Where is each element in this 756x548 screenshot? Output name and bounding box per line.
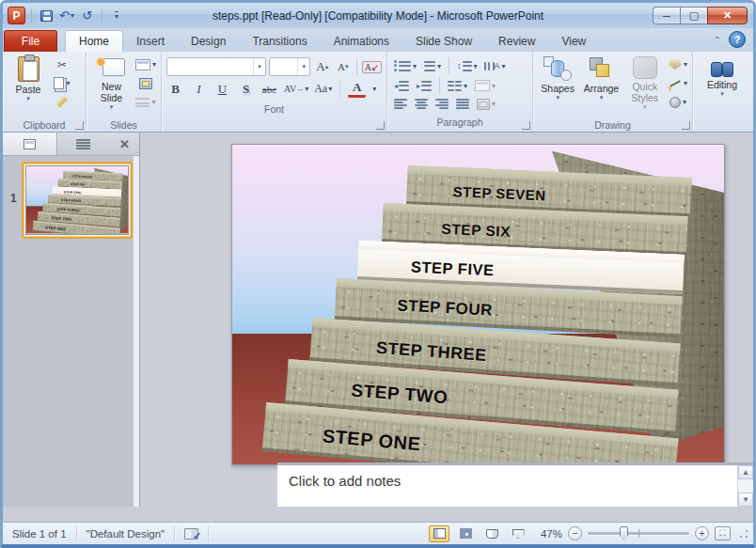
outline-tab-icon [76, 139, 90, 149]
font-dialog-launcher[interactable] [376, 121, 385, 130]
undo-button[interactable]: ↶▾ [58, 8, 75, 24]
editing-button[interactable]: Editing ▾ [700, 54, 745, 98]
align-center-button[interactable] [413, 97, 430, 111]
strikethrough-button[interactable]: abc [260, 80, 278, 98]
paragraph-dialog-launcher[interactable] [522, 121, 530, 130]
chevron-down-icon: ▾ [683, 98, 686, 106]
clear-formatting-button[interactable]: A↙ [362, 58, 382, 76]
clipboard-dialog-launcher[interactable] [75, 121, 84, 130]
scroll-down-icon[interactable]: ▼ [738, 493, 753, 507]
reading-view-button[interactable] [481, 525, 502, 542]
spellcheck-status[interactable] [175, 526, 209, 541]
design-theme-name[interactable]: "Default Design" [77, 526, 176, 541]
align-left-button[interactable] [392, 97, 409, 111]
minimize-button[interactable]: ─ [653, 7, 680, 24]
clipboard-group: Paste ▾ ✂ ▾ Clipboard [3, 52, 87, 132]
tab-design[interactable]: Design [178, 30, 239, 52]
line-spacing-button[interactable]: ↕▾ [455, 59, 480, 73]
tab-transitions[interactable]: Transitions [239, 30, 320, 52]
cut-button[interactable]: ✂ [53, 56, 71, 72]
fit-slide-to-window-button[interactable]: ⛶︎ [715, 526, 731, 540]
convert-smartart-button[interactable]: ▾ [475, 98, 497, 111]
justify-button[interactable] [454, 97, 471, 111]
underline-button[interactable]: U [213, 80, 231, 98]
tab-slide-show[interactable]: Slide Show [402, 30, 485, 52]
notes-placeholder[interactable]: Click to add notes [277, 465, 737, 507]
align-right-button[interactable] [433, 97, 450, 111]
zoom-slider-thumb[interactable] [620, 526, 628, 540]
increase-indent-button[interactable]: ▸ [415, 79, 433, 93]
paragraph-group: ▾ ▾ ↕▾ A▾ ◂ ▸ ▾ ▾ [387, 52, 533, 132]
drawing-dialog-launcher[interactable] [682, 121, 690, 130]
slides-tab-icon [24, 139, 36, 149]
maximize-button[interactable]: ▢ [680, 7, 707, 24]
normal-view-icon [433, 528, 446, 539]
zoom-level[interactable]: 47% [534, 528, 562, 540]
customize-qat-button[interactable]: ▾ [108, 8, 125, 24]
arrange-button[interactable]: Arrange ▾ [579, 54, 622, 102]
font-size-combobox[interactable]: ▾ [269, 57, 310, 76]
shapes-button[interactable]: Shapes ▾ [536, 54, 579, 102]
shape-outline-button[interactable]: ▾ [669, 75, 687, 91]
italic-button[interactable]: I [190, 80, 208, 98]
zoom-in-button[interactable]: + [695, 526, 709, 540]
thumbnail-scrollbar[interactable] [133, 156, 139, 507]
slide-thumbnail[interactable]: STEP SEVEN STEP SIX STEP FIVE STEP FOUR … [22, 162, 133, 239]
zoom-out-button[interactable]: − [568, 526, 582, 540]
bullets-button[interactable]: ▾ [392, 59, 418, 73]
zoom-slider[interactable] [588, 532, 689, 535]
font-name-combobox[interactable]: ▾ [166, 57, 266, 76]
shape-effects-button[interactable]: ▾ [669, 94, 687, 110]
grow-font-button[interactable]: A▴ [313, 58, 331, 76]
tab-insert[interactable]: Insert [123, 30, 178, 52]
numbering-button[interactable]: ▾ [422, 59, 443, 73]
chevron-down-icon: ▾ [600, 94, 604, 102]
numbering-icon [424, 60, 435, 72]
tab-home[interactable]: Home [65, 30, 123, 52]
tab-slides-thumbnails[interactable] [3, 133, 57, 155]
text-shadow-button[interactable]: S [237, 80, 255, 98]
save-button[interactable] [38, 8, 55, 24]
slide-show-button[interactable] [508, 525, 528, 542]
quick-styles-button[interactable]: Quick Styles ▾ [623, 54, 667, 111]
font-group: ▾ ▾ A▴ A▾ A↙ B I U S abc AV↔▾ Aa▾ A [162, 52, 387, 132]
slide-indicator[interactable]: Slide 1 of 1 [3, 526, 77, 541]
new-slide-button[interactable]: ✹ New Slide ▾ [89, 54, 134, 111]
chevron-down-icon: ▾ [115, 11, 118, 21]
tab-view[interactable]: View [548, 30, 599, 52]
notes-scrollbar[interactable]: ▲ ▼ [737, 465, 753, 507]
tab-file[interactable]: File [4, 30, 57, 52]
change-case-button[interactable]: Aa▾ [314, 80, 332, 98]
align-text-button[interactable]: ▾ [473, 79, 497, 92]
copy-button[interactable]: ▾ [53, 75, 71, 91]
scroll-up-icon[interactable]: ▲ [738, 465, 753, 479]
chevron-down-icon: ▾ [26, 95, 30, 102]
columns-button[interactable]: ▾ [446, 79, 469, 93]
slide-sorter-view-button[interactable] [455, 525, 476, 542]
section-button[interactable]: ▾ [135, 94, 156, 110]
shrink-font-button[interactable]: A▾ [334, 58, 352, 76]
tab-outline[interactable] [57, 133, 111, 155]
paste-button[interactable]: Paste ▾ [6, 54, 51, 102]
help-button[interactable]: ? [729, 31, 746, 48]
redo-button[interactable]: ↺ [79, 8, 96, 24]
normal-view-button[interactable] [429, 525, 449, 542]
clear-formatting-icon: A↙ [362, 61, 383, 73]
tab-animations[interactable]: Animations [321, 30, 402, 52]
text-direction-button[interactable]: A▾ [483, 59, 508, 73]
shape-fill-button[interactable]: ▾ [669, 56, 687, 72]
font-color-button[interactable]: A [348, 80, 366, 98]
format-painter-button[interactable] [53, 94, 71, 110]
decrease-indent-button[interactable]: ◂ [392, 79, 411, 93]
slide-canvas[interactable]: STEP SEVEN STEP SIX STEP FIVE STEP FOUR … [231, 144, 725, 465]
powerpoint-app-icon[interactable]: P [8, 7, 25, 24]
resize-grip[interactable] [738, 528, 749, 540]
collapse-ribbon-icon[interactable]: ⌃︎ [714, 35, 721, 45]
close-panel-icon[interactable]: ✕ [110, 137, 139, 151]
close-button[interactable]: ✕ [707, 7, 748, 24]
character-spacing-button[interactable]: AV↔▾ [284, 80, 308, 98]
reset-slide-button[interactable] [135, 75, 156, 91]
bold-button[interactable]: B [166, 80, 184, 98]
tab-review[interactable]: Review [485, 30, 548, 52]
slide-layout-button[interactable]: ▾ [135, 56, 156, 72]
